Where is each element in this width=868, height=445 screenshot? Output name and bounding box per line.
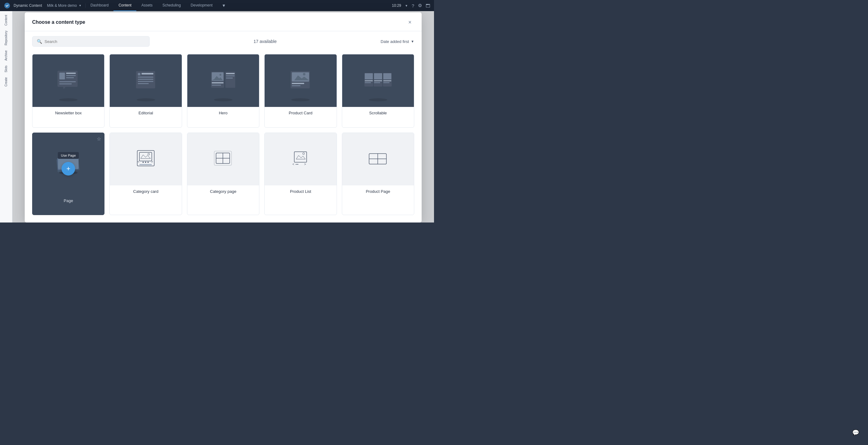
nav-assets[interactable]: Assets <box>136 0 157 11</box>
svg-rect-20 <box>212 85 221 86</box>
nav-development[interactable]: Development <box>186 0 218 11</box>
card-shadow <box>59 98 78 101</box>
svg-rect-14 <box>138 81 153 82</box>
svg-marker-8 <box>63 87 65 89</box>
nav-scheduling[interactable]: Scheduling <box>157 0 185 11</box>
card-icon-hero <box>187 54 259 107</box>
svg-point-51 <box>143 162 144 163</box>
svg-text:>: > <box>304 163 306 166</box>
sidebar-item-repository[interactable]: Repository <box>4 29 8 47</box>
sidebar-item-slots[interactable]: Slots <box>4 64 8 73</box>
card-category-page[interactable]: Category page <box>187 133 259 215</box>
card-product-list[interactable]: < ••• > Product List <box>264 133 337 215</box>
card-shadow <box>214 98 232 101</box>
svg-rect-5 <box>66 77 74 78</box>
svg-point-18 <box>219 74 221 76</box>
svg-text:>: > <box>151 160 153 163</box>
search-box[interactable]: 🔍 <box>32 36 150 47</box>
modal-overlay: Choose a content type × 🔍 17 available D… <box>12 11 434 222</box>
use-page-overlay: Use Page + <box>32 133 104 195</box>
search-input[interactable] <box>44 39 145 44</box>
card-label-product-card: Product Card <box>265 107 336 119</box>
help-icon[interactable]: ? <box>412 3 414 8</box>
card-label-page: Page <box>32 195 104 207</box>
card-editorial[interactable]: Editorial <box>110 54 182 128</box>
workspace-dropdown-icon: ▼ <box>79 4 82 7</box>
sort-label: Date added first <box>380 39 409 44</box>
card-label-category-card: Category card <box>110 185 182 197</box>
svg-rect-22 <box>226 73 235 74</box>
svg-rect-60 <box>294 152 307 162</box>
content-type-modal: Choose a content type × 🔍 17 available D… <box>25 12 422 222</box>
svg-point-27 <box>303 73 305 75</box>
svg-rect-29 <box>292 85 301 86</box>
card-icon-category-page <box>187 133 259 185</box>
card-product-card[interactable]: Product Card <box>264 54 337 128</box>
card-label-scrollable: Scrollable <box>342 107 414 119</box>
svg-rect-40 <box>383 81 391 81</box>
svg-rect-4 <box>66 75 76 76</box>
card-label-editorial: Editorial <box>110 107 182 119</box>
card-scrollable[interactable]: Scrollable <box>342 54 414 128</box>
workspace-selector[interactable]: Milk & More demo ▼ <box>47 3 86 8</box>
topbar-dropdown-icon: ▼ <box>405 4 408 7</box>
card-icon-scrollable <box>342 54 414 107</box>
notifications-icon[interactable]: 🗔 <box>426 3 430 8</box>
app-name: Dynamic Content <box>13 3 42 8</box>
svg-point-49 <box>148 153 150 155</box>
card-category-card[interactable]: < > Category card <box>110 133 182 215</box>
svg-rect-11 <box>142 73 153 74</box>
use-page-tooltip: Use Page <box>58 152 79 159</box>
content-type-grid: Newsletter box <box>25 51 422 222</box>
card-icon-newsletter <box>32 54 104 107</box>
card-page[interactable]: ☆ Use <box>32 133 104 215</box>
svg-rect-7 <box>59 84 72 84</box>
svg-point-53 <box>148 162 149 163</box>
modal-header: Choose a content type × <box>25 12 422 31</box>
sort-control[interactable]: Date added first ▼ <box>380 39 414 44</box>
svg-rect-36 <box>374 81 382 81</box>
sidebar-item-content[interactable]: Content <box>4 13 8 27</box>
top-nav: Dashboard Content Assets Scheduling Deve… <box>86 0 392 11</box>
card-shadow <box>136 98 155 101</box>
app-logo <box>4 2 10 9</box>
modal-title: Choose a content type <box>32 20 85 25</box>
sidebar-item-archive[interactable]: Archive <box>4 49 8 62</box>
card-label-hero: Hero <box>187 107 259 119</box>
use-page-button[interactable]: + <box>62 162 75 176</box>
topbar: Dynamic Content Milk & More demo ▼ Dashb… <box>0 0 434 11</box>
search-icon: 🔍 <box>37 39 42 44</box>
svg-rect-37 <box>374 82 380 83</box>
svg-rect-6 <box>59 81 76 82</box>
card-icon-category-card: < > <box>110 133 182 185</box>
card-hero[interactable]: Hero <box>187 54 259 128</box>
svg-rect-23 <box>226 75 235 76</box>
card-shadow <box>291 98 310 101</box>
svg-point-52 <box>145 162 146 163</box>
svg-point-61 <box>303 153 305 155</box>
svg-rect-33 <box>365 82 371 83</box>
svg-rect-13 <box>138 79 153 80</box>
svg-rect-55 <box>140 164 152 165</box>
svg-rect-10 <box>138 73 140 75</box>
card-newsletter-box[interactable]: Newsletter box <box>32 54 104 128</box>
card-shadow <box>369 98 387 101</box>
card-icon-product-page <box>342 133 414 185</box>
card-label-product-page: Product Page <box>342 185 414 197</box>
card-product-page[interactable]: Product Page <box>342 133 414 215</box>
svg-rect-12 <box>138 77 153 77</box>
card-icon-product-card <box>265 54 336 107</box>
svg-rect-15 <box>138 83 149 84</box>
svg-text:<: < <box>292 163 294 166</box>
modal-close-button[interactable]: × <box>406 18 414 27</box>
sidebar-item-create[interactable]: Create <box>4 76 8 88</box>
card-icon-product-list: < ••• > <box>265 133 336 185</box>
svg-rect-2 <box>59 73 65 80</box>
settings-icon[interactable]: ⚙ <box>418 3 422 8</box>
nav-more-icon[interactable]: ▾ <box>218 0 230 11</box>
nav-dashboard[interactable]: Dashboard <box>86 0 114 11</box>
svg-point-0 <box>4 3 10 8</box>
svg-rect-28 <box>292 83 304 84</box>
svg-rect-31 <box>365 73 373 80</box>
nav-content[interactable]: Content <box>114 0 136 11</box>
